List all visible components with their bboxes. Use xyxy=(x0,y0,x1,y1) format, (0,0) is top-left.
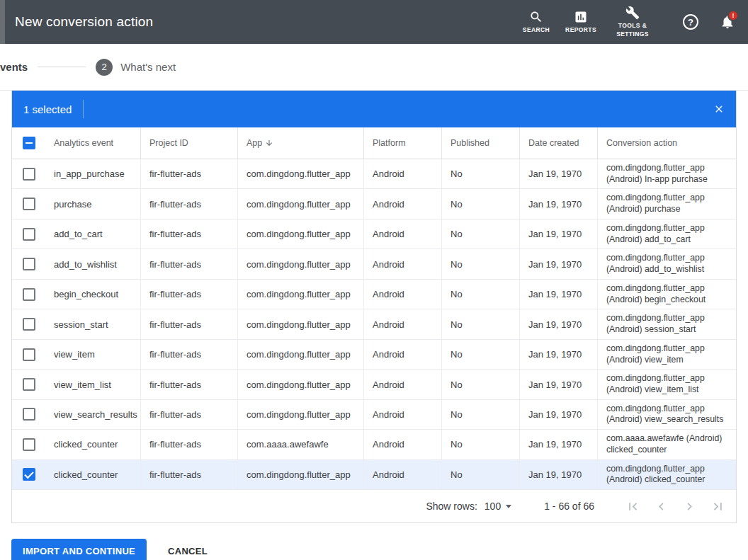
close-selection-button[interactable] xyxy=(713,103,725,115)
topbar-actions: SEARCH REPORTS TOOLS & SETTINGS ? ! xyxy=(507,6,748,38)
cell-published: No xyxy=(441,340,519,369)
show-rows-select[interactable]: 100 xyxy=(484,501,511,512)
cell-date-created: Jan 19, 1970 xyxy=(519,370,597,399)
row-checkbox[interactable] xyxy=(23,198,35,210)
row-checkbox[interactable] xyxy=(23,348,35,361)
row-checkbox[interactable] xyxy=(23,438,35,451)
panel-wrap: 1 selected Analytics event Project ID Ap… xyxy=(0,90,748,523)
reports-nav-button[interactable]: REPORTS xyxy=(565,10,596,34)
cell-analytics-event: begin_checkout xyxy=(45,289,140,299)
cell-published: No xyxy=(441,460,519,489)
table-row[interactable]: session_start fir-flutter-ads com.dingdo… xyxy=(12,309,736,339)
cell-conversion-action: com.dingdong.flutter_app (Android) view_… xyxy=(597,340,736,369)
table-row[interactable]: add_to_cart fir-flutter-ads com.dingdong… xyxy=(12,219,736,249)
cell-platform: Android xyxy=(363,189,441,218)
search-nav-button[interactable]: SEARCH xyxy=(523,10,550,34)
select-all-checkbox[interactable] xyxy=(23,137,35,149)
step2-label: What's next xyxy=(120,61,176,73)
cell-platform: Android xyxy=(363,280,441,309)
cell-app: com.dingdong.flutter_app xyxy=(237,159,363,188)
chevron-left-icon xyxy=(654,499,669,514)
table-row[interactable]: purchase fir-flutter-ads com.dingdong.fl… xyxy=(12,189,736,219)
cell-project-id: fir-flutter-ads xyxy=(140,309,237,338)
table-row[interactable]: in_app_purchase fir-flutter-ads com.ding… xyxy=(12,159,736,189)
notifications-button[interactable]: ! xyxy=(720,14,735,30)
cell-project-id: fir-flutter-ads xyxy=(140,219,237,248)
cell-date-created: Jan 19, 1970 xyxy=(519,400,597,429)
topbar: New conversion action SEARCH REPORTS TOO… xyxy=(0,0,748,44)
row-checkbox[interactable] xyxy=(23,378,35,391)
tools-settings-nav-button[interactable]: TOOLS & SETTINGS xyxy=(612,6,653,38)
row-checkbox[interactable] xyxy=(23,228,35,241)
row-checkbox[interactable] xyxy=(23,318,35,331)
cell-analytics-event: purchase xyxy=(45,199,140,210)
next-page-button[interactable] xyxy=(675,498,703,515)
cell-conversion-action: com.dingdong.flutter_app (Android) In-ap… xyxy=(597,159,736,188)
column-header-conversion-action[interactable]: Conversion action xyxy=(597,127,736,159)
cell-project-id: fir-flutter-ads xyxy=(140,159,237,188)
nav-drawer-edge xyxy=(0,0,5,44)
table-row[interactable]: clicked_counter fir-flutter-ads com.ding… xyxy=(12,460,736,490)
wrench-icon xyxy=(625,6,640,20)
row-checkbox[interactable] xyxy=(23,468,35,481)
chevron-right-icon xyxy=(682,499,697,514)
notification-badge: ! xyxy=(727,10,739,21)
cell-conversion-action: com.aaaa.awefawfe (Android) clicked_coun… xyxy=(597,430,736,459)
cell-project-id: fir-flutter-ads xyxy=(140,189,237,218)
table-row[interactable]: view_search_results fir-flutter-ads com.… xyxy=(12,400,736,430)
first-page-button[interactable] xyxy=(618,498,647,515)
cell-date-created: Jan 19, 1970 xyxy=(519,309,597,338)
cell-app: com.dingdong.flutter_app xyxy=(237,460,363,489)
cell-conversion-action: com.dingdong.flutter_app (Android) view_… xyxy=(597,370,736,399)
cell-published: No xyxy=(441,219,519,248)
table-row[interactable]: view_item fir-flutter-ads com.dingdong.f… xyxy=(12,340,736,370)
table-row[interactable]: add_to_wishlist fir-flutter-ads com.ding… xyxy=(12,249,736,279)
cell-conversion-action: com.dingdong.flutter_app (Android) click… xyxy=(597,460,736,489)
cell-platform: Android xyxy=(363,370,441,399)
search-icon xyxy=(529,10,543,24)
cell-conversion-action: com.dingdong.flutter_app (Android) view_… xyxy=(597,400,736,429)
table-footer: Show rows: 100 1 - 66 of 66 xyxy=(12,490,736,522)
pagination-range: 1 - 66 of 66 xyxy=(544,501,594,512)
column-header-app[interactable]: App xyxy=(237,127,363,159)
column-header-date-created[interactable]: Date created xyxy=(519,127,597,159)
cell-published: No xyxy=(441,430,519,459)
cell-date-created: Jan 19, 1970 xyxy=(519,280,597,309)
cell-conversion-action: com.dingdong.flutter_app (Android) add_t… xyxy=(597,219,736,248)
column-header-analytics-event[interactable]: Analytics event xyxy=(45,138,140,148)
row-checkbox[interactable] xyxy=(23,168,35,181)
cell-app: com.dingdong.flutter_app xyxy=(237,400,363,429)
cell-date-created: Jan 19, 1970 xyxy=(519,219,597,248)
previous-page-button[interactable] xyxy=(647,498,675,515)
cell-app: com.dingdong.flutter_app xyxy=(237,249,363,278)
cell-app: com.dingdong.flutter_app xyxy=(237,189,363,218)
cell-published: No xyxy=(441,400,519,429)
cell-project-id: fir-flutter-ads xyxy=(140,249,237,278)
cell-date-created: Jan 19, 1970 xyxy=(519,189,597,218)
cell-date-created: Jan 19, 1970 xyxy=(519,249,597,278)
cancel-button[interactable]: CANCEL xyxy=(168,546,208,556)
cell-published: No xyxy=(441,189,519,218)
cell-conversion-action: com.dingdong.flutter_app (Android) sessi… xyxy=(597,309,736,338)
help-button[interactable]: ? xyxy=(683,14,698,30)
table-row[interactable]: begin_checkout fir-flutter-ads com.dingd… xyxy=(12,280,736,309)
column-header-platform[interactable]: Platform xyxy=(363,127,441,159)
column-header-published[interactable]: Published xyxy=(441,127,519,159)
table-row[interactable]: clicked_counter fir-flutter-ads com.aaaa… xyxy=(12,430,736,459)
cell-analytics-event: add_to_wishlist xyxy=(45,259,140,270)
cell-analytics-event: view_item_list xyxy=(45,379,140,390)
row-checkbox[interactable] xyxy=(23,258,35,270)
cell-published: No xyxy=(441,370,519,399)
column-header-project-id[interactable]: Project ID xyxy=(140,127,237,159)
table-row[interactable]: view_item_list fir-flutter-ads com.dingd… xyxy=(12,370,736,399)
import-and-continue-button[interactable]: IMPORT AND CONTINUE xyxy=(11,539,147,560)
cell-platform: Android xyxy=(363,219,441,248)
cell-project-id: fir-flutter-ads xyxy=(140,280,237,309)
row-checkbox[interactable] xyxy=(23,408,35,421)
reports-nav-label: REPORTS xyxy=(565,26,596,34)
row-checkbox[interactable] xyxy=(23,288,35,301)
header-divider xyxy=(83,100,84,118)
cell-analytics-event: in_app_purchase xyxy=(45,168,140,179)
last-page-button[interactable] xyxy=(703,498,732,515)
show-rows-label: Show rows: xyxy=(426,501,477,512)
